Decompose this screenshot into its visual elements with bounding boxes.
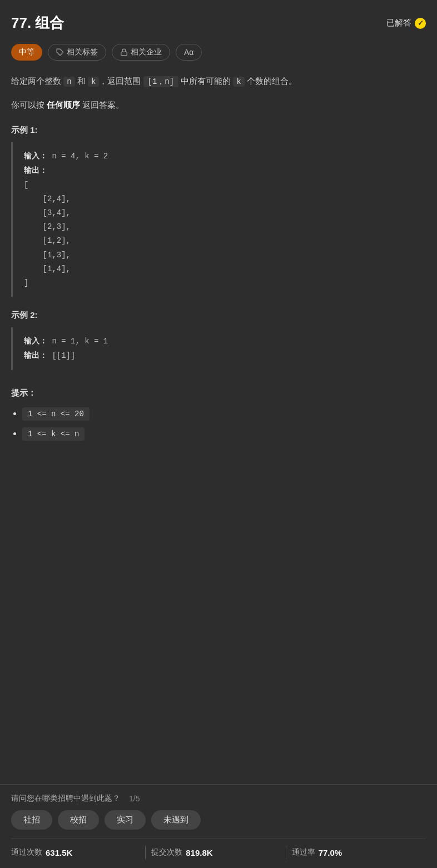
survey-question-text: 请问您在哪类招聘中遇到此题？ <box>11 794 120 804</box>
stat-accepted: 通过次数 631.5K <box>11 847 145 857</box>
problem-description: 给定两个整数 n 和 k，返回范围 [1，n] 中所有可能的 k 个数的组合。 <box>11 74 426 89</box>
survey-btn-social[interactable]: 社招 <box>11 810 52 830</box>
survey-btn-campus[interactable]: 校招 <box>58 810 99 830</box>
stat-passrate-label: 通过率 <box>292 847 315 857</box>
example1-title: 示例 1: <box>11 125 426 136</box>
footer-section: 请问您在哪类招聘中遇到此题？ 1/5 社招 校招 实习 未遇到 通过次数 631… <box>0 784 437 868</box>
code-k: k <box>88 77 99 87</box>
hints-title: 提示： <box>11 388 426 398</box>
survey-buttons-row: 社招 校招 实习 未遇到 <box>11 810 426 830</box>
lock-icon <box>120 48 128 56</box>
problem-title: 77. 组合 <box>11 13 64 33</box>
example2-output-label: 输出： <box>24 351 47 360</box>
tag-icon <box>56 48 64 56</box>
survey-page: 1/5 <box>129 794 140 803</box>
solved-check-icon: ✓ <box>415 18 426 29</box>
solved-badge: 已解答 ✓ <box>386 18 426 29</box>
code-range: [1，n] <box>143 76 179 87</box>
example1-input-label: 输入： <box>24 151 47 160</box>
stat-submitted-label: 提交次数 <box>151 847 182 857</box>
hint-item-1: 1 <= n <= 20 <box>22 407 426 421</box>
problem-header: 77. 组合 已解答 ✓ <box>11 13 426 33</box>
example1-input-value: n = 4, k = 2 <box>52 152 108 161</box>
stat-passrate-value: 77.0% <box>319 848 342 857</box>
svg-rect-1 <box>121 52 127 55</box>
hint-code-2: 1 <= k <= n <box>22 427 85 441</box>
code-n: n <box>63 77 75 87</box>
example2-input-label: 输入： <box>24 336 47 345</box>
survey-btn-not-seen[interactable]: 未遇到 <box>151 810 201 830</box>
problem-description-2: 你可以按 任何顺序 返回答案。 <box>11 98 426 112</box>
hint-code-1: 1 <= n <= 20 <box>22 407 90 421</box>
example2-block: 输入： n = 1, k = 1 输出： [[1]] <box>11 327 426 370</box>
bold-any-order: 任何顺序 <box>47 100 80 109</box>
example1-output-label: 输出： <box>24 166 47 174</box>
stat-submitted: 提交次数 819.8K <box>146 847 285 857</box>
example2-output-value: [[1]] <box>52 351 75 360</box>
survey-question-row: 请问您在哪类招聘中遇到此题？ 1/5 <box>11 794 426 804</box>
example2-input-value: n = 1, k = 1 <box>52 337 108 346</box>
stats-row: 通过次数 631.5K 提交次数 819.8K 通过率 77.0% <box>11 839 426 859</box>
tag-related-companies[interactable]: 相关企业 <box>112 44 170 61</box>
tag-related-tags[interactable]: 相关标签 <box>48 44 106 61</box>
stat-passrate: 通过率 77.0% <box>286 847 426 857</box>
hint-item-2: 1 <= k <= n <box>22 427 426 441</box>
example2-title: 示例 2: <box>11 310 426 321</box>
stat-submitted-value: 819.8K <box>186 848 212 857</box>
example1-block: 输入： n = 4, k = 2 输出： [ [2,4], [3,4], [2,… <box>11 142 426 297</box>
hint-list: 1 <= n <= 20 1 <= k <= n <box>11 407 426 441</box>
tag-medium[interactable]: 中等 <box>11 44 42 61</box>
survey-btn-intern[interactable]: 实习 <box>105 810 146 830</box>
tags-row: 中等 相关标签 相关企业 Aα <box>11 44 426 61</box>
solved-label: 已解答 <box>386 18 411 28</box>
code-k2: k <box>233 77 244 87</box>
stat-accepted-label: 通过次数 <box>11 847 42 857</box>
example1-output-value: [ [2,4], [3,4], [2,3], [1,2], [1,3], [1,… <box>24 178 415 291</box>
stat-accepted-value: 631.5K <box>46 848 72 857</box>
tag-font-size[interactable]: Aα <box>176 44 202 61</box>
